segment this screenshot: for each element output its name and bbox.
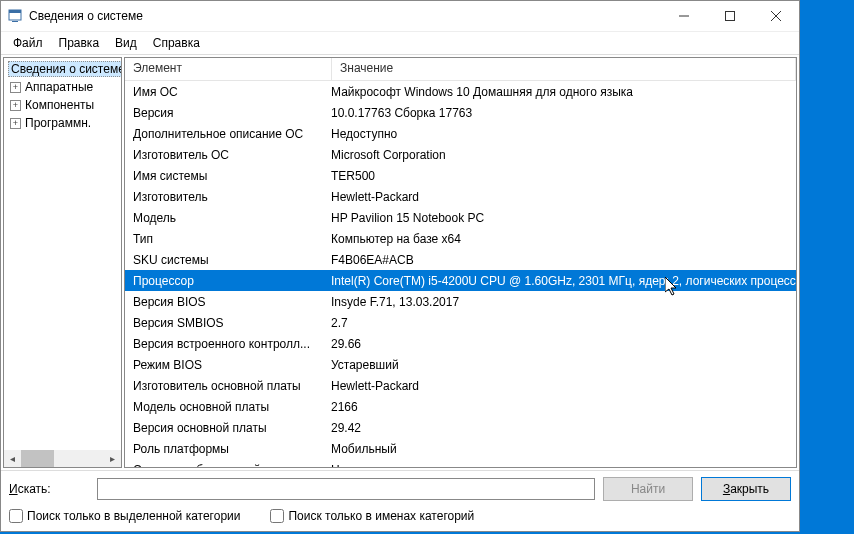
cell-value: Intel(R) Core(TM) i5-4200U CPU @ 1.60GHz…	[323, 274, 796, 288]
cell-name: Модель	[125, 211, 323, 225]
minimize-button[interactable]	[661, 1, 707, 31]
cell-value: Hewlett-Packard	[323, 379, 796, 393]
checkbox[interactable]	[270, 509, 284, 523]
window-root: Сведения о системе Файл Правка Вид Справ…	[0, 0, 800, 532]
table-row[interactable]: Изготовитель ОСMicrosoft Corporation	[125, 144, 796, 165]
cell-value: Недоступно	[323, 127, 796, 141]
cell-name: Версия основной платы	[125, 421, 323, 435]
scroll-track[interactable]	[21, 450, 104, 467]
cell-name: Версия встроенного контролл...	[125, 337, 323, 351]
tree-item-label: Программн.	[25, 116, 91, 130]
menu-help[interactable]: Справка	[145, 34, 208, 52]
svg-rect-2	[12, 21, 18, 22]
table-row[interactable]: Имя ОСМайкрософт Windows 10 Домашняя для…	[125, 81, 796, 102]
columns-header: Элемент Значение	[125, 58, 796, 81]
tree-pane[interactable]: Сведения о системе + Аппаратные + Компон…	[3, 57, 122, 468]
cell-value: Устаревший	[323, 358, 796, 372]
cell-value: Мобильный	[323, 442, 796, 456]
cell-name: Версия SMBIOS	[125, 316, 323, 330]
search-input[interactable]	[97, 478, 595, 500]
cell-value: F4B06EA#ACB	[323, 253, 796, 267]
close-button[interactable]	[753, 1, 799, 31]
table-row[interactable]: Версия BIOSInsyde F.71, 13.03.2017	[125, 291, 796, 312]
table-row[interactable]: ТипКомпьютер на базе x64	[125, 228, 796, 249]
svg-rect-1	[9, 10, 21, 13]
table-row[interactable]: Режим BIOSУстаревший	[125, 354, 796, 375]
scroll-left-icon[interactable]: ◂	[4, 450, 21, 467]
table-row[interactable]: ИзготовительHewlett-Packard	[125, 186, 796, 207]
checkbox[interactable]	[9, 509, 23, 523]
cell-name: Изготовитель ОС	[125, 148, 323, 162]
table-row[interactable]: Модель основной платы2166	[125, 396, 796, 417]
find-button[interactable]: Найти	[603, 477, 693, 501]
checkbox-label: Поиск только в именах категорий	[288, 509, 474, 523]
table-row[interactable]: Состояние безопасной загр...Не поддержив…	[125, 459, 796, 467]
expand-icon[interactable]: +	[10, 82, 21, 93]
tree-item-label: Компоненты	[25, 98, 94, 112]
tree-item-components[interactable]: + Компоненты	[6, 96, 119, 114]
cell-value: Компьютер на базе x64	[323, 232, 796, 246]
menu-file[interactable]: Файл	[5, 34, 51, 52]
menubar: Файл Правка Вид Справка	[1, 32, 799, 55]
titlebar[interactable]: Сведения о системе	[1, 1, 799, 32]
cell-value: 29.42	[323, 421, 796, 435]
tree-item-hardware[interactable]: + Аппаратные	[6, 78, 119, 96]
cell-name: Изготовитель основной платы	[125, 379, 323, 393]
tree-item-software[interactable]: + Программн.	[6, 114, 119, 132]
checkbox-selected-category[interactable]: Поиск только в выделенной категории	[9, 509, 240, 523]
svg-rect-4	[726, 12, 735, 21]
window-title: Сведения о системе	[29, 9, 661, 23]
details-pane: Элемент Значение Имя ОСМайкрософт Window…	[124, 57, 797, 468]
cell-name: Изготовитель	[125, 190, 323, 204]
column-header-value[interactable]: Значение	[332, 58, 796, 80]
cell-value: HP Pavilion 15 Notebook PC	[323, 211, 796, 225]
cell-name: Тип	[125, 232, 323, 246]
cell-value: Microsoft Corporation	[323, 148, 796, 162]
table-row[interactable]: Имя системыTER500	[125, 165, 796, 186]
search-label: Искать:	[9, 482, 89, 496]
cell-name: Режим BIOS	[125, 358, 323, 372]
maximize-button[interactable]	[707, 1, 753, 31]
table-row[interactable]: Изготовитель основной платыHewlett-Packa…	[125, 375, 796, 396]
content-area: Сведения о системе + Аппаратные + Компон…	[1, 55, 799, 470]
cell-value: 10.0.17763 Сборка 17763	[323, 106, 796, 120]
menu-view[interactable]: Вид	[107, 34, 145, 52]
tree-root: Сведения о системе + Аппаратные + Компон…	[4, 58, 121, 134]
tree-item-label: Сведения о системе	[8, 61, 122, 77]
table-row[interactable]: МодельHP Pavilion 15 Notebook PC	[125, 207, 796, 228]
cell-value: TER500	[323, 169, 796, 183]
table-row[interactable]: SKU системыF4B06EA#ACB	[125, 249, 796, 270]
expand-icon[interactable]: +	[10, 100, 21, 111]
table-row[interactable]: Версия SMBIOS2.7	[125, 312, 796, 333]
tree-item-label: Аппаратные	[25, 80, 93, 94]
table-row[interactable]: Роль платформыМобильный	[125, 438, 796, 459]
table-row[interactable]: Версия основной платы29.42	[125, 417, 796, 438]
rows-container[interactable]: Имя ОСМайкрософт Windows 10 Домашняя для…	[125, 81, 796, 467]
app-icon	[7, 8, 23, 24]
cell-name: Роль платформы	[125, 442, 323, 456]
table-row[interactable]: Версия встроенного контролл...29.66	[125, 333, 796, 354]
cell-name: Имя системы	[125, 169, 323, 183]
table-row[interactable]: Версия10.0.17763 Сборка 17763	[125, 102, 796, 123]
bottom-panel: Искать: Найти Закрыть Поиск только в выд…	[1, 470, 799, 531]
cell-value: Майкрософт Windows 10 Домашняя для одног…	[323, 85, 796, 99]
menu-edit[interactable]: Правка	[51, 34, 108, 52]
cell-name: Версия BIOS	[125, 295, 323, 309]
table-row[interactable]: ПроцессорIntel(R) Core(TM) i5-4200U CPU …	[125, 270, 796, 291]
cell-value: Hewlett-Packard	[323, 190, 796, 204]
tree-item-system-summary[interactable]: Сведения о системе	[6, 60, 119, 78]
horizontal-scrollbar[interactable]: ◂ ▸	[4, 450, 121, 467]
expand-icon[interactable]: +	[10, 118, 21, 129]
table-row[interactable]: Дополнительное описание ОСНедоступно	[125, 123, 796, 144]
column-header-name[interactable]: Элемент	[125, 58, 332, 80]
cell-value: 2.7	[323, 316, 796, 330]
close-dlg-button[interactable]: Закрыть	[701, 477, 791, 501]
checkbox-category-names[interactable]: Поиск только в именах категорий	[270, 509, 474, 523]
cell-value: 2166	[323, 400, 796, 414]
cell-name: Процессор	[125, 274, 323, 288]
cell-value: Insyde F.71, 13.03.2017	[323, 295, 796, 309]
scroll-right-icon[interactable]: ▸	[104, 450, 121, 467]
scroll-thumb[interactable]	[21, 450, 54, 467]
cell-name: SKU системы	[125, 253, 323, 267]
search-row: Искать: Найти Закрыть	[9, 477, 791, 501]
